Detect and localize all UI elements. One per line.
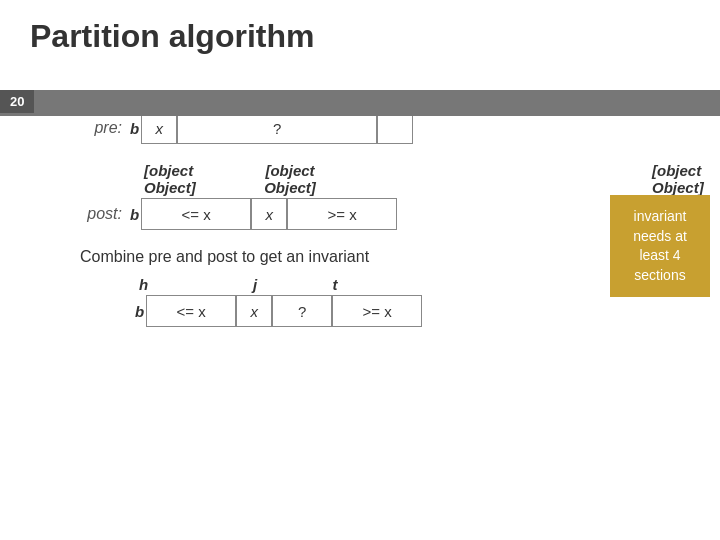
post-label-j: [object Object] <box>240 162 340 196</box>
combine-label-t: t <box>295 276 375 293</box>
combine-label-h: h <box>135 276 215 293</box>
combine-row: b <= x x ? >= x <box>135 295 690 327</box>
post-cell-x: x <box>251 198 287 230</box>
combine-text: Combine pre and post to get an invariant <box>80 248 690 266</box>
post-tag: post: <box>80 205 130 223</box>
combine-cell-gte: >= x <box>332 295 422 327</box>
combine-cell-q: ? <box>272 295 332 327</box>
combine-b: b <box>135 303 144 320</box>
post-label-h: [object Object] <box>140 162 240 196</box>
post-array: <= x x >= x <box>141 198 631 230</box>
combine-cell-lte: <= x <box>146 295 236 327</box>
combine-top-labels: h j t k <box>135 276 690 293</box>
combine-cell-x: x <box>236 295 272 327</box>
invariant-line1: invariant <box>634 208 687 224</box>
post-cell-lte: <= x <box>141 198 251 230</box>
pre-cell-q: ? <box>177 112 377 144</box>
invariant-line2: needs at <box>633 228 687 244</box>
combine-diagram: h j t k b <= x x ? >= x <box>135 276 690 327</box>
post-cell-gte: >= x <box>287 198 397 230</box>
slide-number: 20 <box>0 90 34 113</box>
pre-array: x ? <box>141 112 631 144</box>
combine-section: Combine pre and post to get an invariant… <box>80 248 690 327</box>
invariant-line4: sections <box>634 267 685 283</box>
invariant-line3: least 4 <box>639 247 680 263</box>
post-top-labels: [object Object] [object Object] [object … <box>140 162 690 196</box>
post-b: b <box>130 206 139 223</box>
pre-b: b <box>130 120 139 137</box>
page-title: Partition algorithm <box>0 0 720 65</box>
post-label-k: [object Object] <box>652 162 688 196</box>
invariant-box: invariant needs at least 4 sections <box>610 195 710 297</box>
post-section: [object Object] [object Object] [object … <box>80 162 690 230</box>
combine-label-j: j <box>215 276 295 293</box>
pre-row: pre: b x ? <box>80 112 690 144</box>
post-row: post: b <= x x >= x <box>80 198 690 230</box>
slide-banner <box>0 90 720 116</box>
combine-array: <= x x ? >= x <box>146 295 636 327</box>
pre-tag: pre: <box>80 119 130 137</box>
pre-cell-end <box>377 112 413 144</box>
pre-cell-x: x <box>141 112 177 144</box>
